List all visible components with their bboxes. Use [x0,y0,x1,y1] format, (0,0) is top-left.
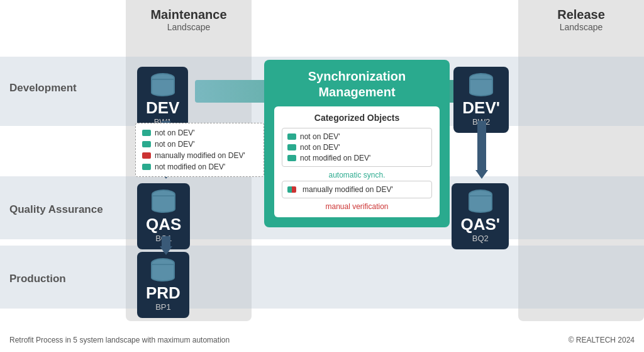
prod-row-label: Production [9,273,66,285]
sync-item-2: not on DEV' [287,143,426,152]
sync-title: SynchronizationManagement [274,69,440,100]
db-icon-qas [146,190,181,213]
legend-text-1: not on DEV' [155,128,195,137]
db-mid [151,80,175,91]
dev-legend-box: not on DEV' not on DEV' manually modifie… [135,123,264,177]
db-bot-qas [152,208,175,213]
prd-bp1-sub: BP1 [146,302,180,312]
db-bot2 [469,91,493,96]
legend-item-4: not modified on DEV' [142,162,257,171]
qa-row-label: Quality Assurance [9,203,103,216]
auto-sync-group: not on DEV' not on DEV' not modified on … [282,128,432,167]
legend-text-3: manually modified on DEV' [155,151,245,160]
footer-right: © REALTECH 2024 [569,336,635,344]
prd-bp1-name: PRD [146,284,180,302]
dot-green-1 [142,130,151,136]
footer: Retrofit Process in 5 system landscape w… [9,336,635,344]
db-top-prd [151,258,175,265]
manual-sync-group: manually modified on DEV' [282,181,432,198]
sync-text-3: not modified on DEV' [300,154,370,162]
sync-text-2: not on DEV' [300,143,340,152]
legend-item-3: manually modified on DEV' [142,151,257,160]
db-mid-prd [151,265,175,276]
prod-row-band [0,246,644,309]
db-mid-qas [152,196,175,208]
legend-text-2: not on DEV' [155,140,195,149]
qas-bq1-name: QAS [146,215,181,234]
sync-item-3: not modified on DEV' [287,154,426,162]
qas-bq2-sub: BQ2 [460,234,500,243]
sync-item-manual: manually modified on DEV' [287,185,426,194]
maintenance-title: Maintenance [126,8,252,22]
sync-inner: Categorized Objects not on DEV' not on D… [274,106,440,217]
sync-text-manual: manually modified on DEV' [303,185,393,194]
dev-bw2-name: DEV' [462,99,500,117]
arrow-head-dq2 [475,170,488,179]
legend-item-1: not on DEV' [142,128,257,137]
sync-dot-g2 [287,144,296,150]
dot-green-4 [142,164,151,170]
release-header: Release Landscape [518,8,644,32]
sync-item-1: not on DEV' [287,132,426,141]
cat-objects-title: Categorized Objects [282,113,432,123]
dot-red-3 [142,152,151,159]
db-icon-prd [146,258,180,281]
sync-text-1: not on DEV' [300,132,340,141]
footer-left: Retrofit Process in 5 system landscape w… [9,336,230,344]
sync-dot-g1 [287,133,296,140]
legend-item-2: not on DEV' [142,140,257,149]
release-title: Release [518,8,644,22]
dot-half-green [287,186,292,193]
arrow-shaft-qp [162,236,170,246]
db-top-qas2 [469,190,492,196]
sync-dot-g3 [287,155,296,161]
qas-bq2-box: QAS' BQ2 [452,183,509,249]
dot-green-2 [142,141,151,147]
db-top-qas [152,190,175,196]
db-mid2 [469,80,493,91]
db-top [151,73,175,80]
arrow-qas-prd [160,236,172,255]
dev-bw1-name: DEV [146,99,179,117]
db-icon-qas2 [460,190,500,213]
maintenance-subtitle: Landscape [126,22,252,32]
db-top2 [469,73,493,80]
db-icon-dev [146,73,179,96]
legend-text-4: not modified on DEV' [155,162,225,171]
db-icon-dev2 [462,73,500,96]
db-bot-prd [151,276,175,281]
dot-half-red [292,186,296,193]
release-subtitle: Landscape [518,22,644,32]
arrow-dev2-qas2 [475,121,488,184]
arrow-head-qp [160,246,172,255]
maintenance-header: Maintenance Landscape [126,8,252,32]
arrow-shaft-dq2 [477,121,486,170]
manual-verif-label: manual verification [282,202,432,211]
diagram-container: Maintenance Landscape Release Landscape … [0,0,644,352]
db-bot-qas2 [469,208,492,213]
db-bot [151,91,175,96]
qas-bq2-name: QAS' [460,215,500,234]
dev-row-label: Development [9,82,77,94]
auto-synch-label: automatic synch. [282,171,432,179]
db-mid-qas2 [469,196,492,208]
prd-bp1-box: PRD BP1 [137,252,189,318]
sync-management-box: SynchronizationManagement Categorized Ob… [264,60,450,227]
